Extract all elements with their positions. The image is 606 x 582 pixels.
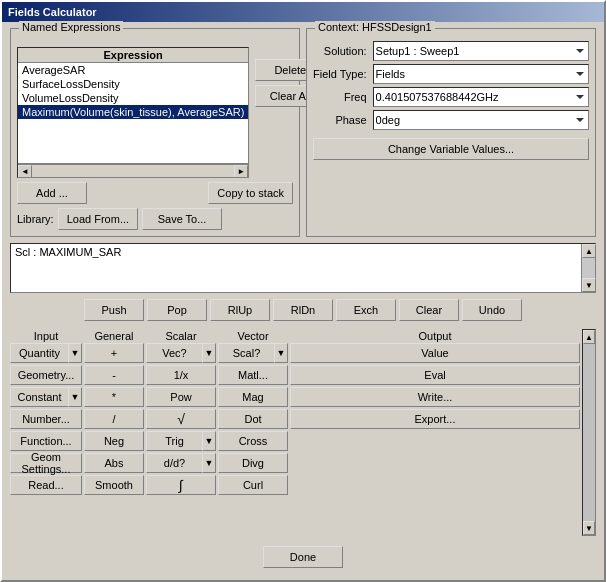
ddt-dropdown[interactable]: d/d? ▼ [146, 453, 216, 473]
solution-select[interactable]: Setup1 : Sweep1 [373, 41, 589, 61]
vec-arrow[interactable]: ▼ [202, 343, 216, 363]
divide-button[interactable]: / [84, 409, 144, 429]
constant-button[interactable]: Constant [10, 387, 68, 407]
dot-button[interactable]: Dot [218, 409, 288, 429]
scal-button[interactable]: Scal? [218, 343, 274, 363]
multiply-button[interactable]: * [84, 387, 144, 407]
geometry-button[interactable]: Geometry... [10, 365, 82, 385]
scroll-track-h [32, 165, 234, 178]
right-scrollbar: ▲ ▼ [582, 329, 596, 536]
context-group: Context: HFSSDesign1 Solution: Setup1 : … [306, 28, 596, 237]
change-variable-values-button[interactable]: Change Variable Values... [313, 138, 589, 160]
freq-select[interactable]: 0.401507537688442GHz [373, 87, 589, 107]
scal-arrow[interactable]: ▼ [274, 343, 288, 363]
calculator-columns: Input Quantity ▼ Geometry... Constant ▼ … [10, 329, 596, 536]
horizontal-scrollbar[interactable]: ◄ ► [18, 163, 248, 177]
freq-label: Freq [313, 91, 367, 103]
divg-button[interactable]: Divg [218, 453, 288, 473]
library-label: Library: [17, 213, 54, 225]
phase-label: Phase [313, 114, 367, 126]
expression-scrollbar: ▲ ▼ [581, 244, 595, 292]
list-item[interactable]: SurfaceLossDensity [18, 77, 248, 91]
list-item[interactable]: VolumeLossDensity [18, 91, 248, 105]
ne-bottom-buttons: Add ... Copy to stack [17, 182, 293, 204]
vec-button[interactable]: Vec? [146, 343, 202, 363]
expr-scroll-track [582, 258, 595, 278]
integral-button[interactable]: ∫ [146, 475, 216, 495]
expression-bar-text[interactable]: Scl : MAXIMUM_SAR [11, 244, 581, 292]
constant-dropdown[interactable]: Constant ▼ [10, 387, 82, 407]
scroll-thumb [583, 344, 595, 521]
general-header: General [84, 329, 144, 343]
clear-button[interactable]: Clear [399, 299, 459, 321]
trig-button[interactable]: Trig [146, 431, 202, 451]
ddt-arrow[interactable]: ▼ [202, 453, 216, 473]
load-from-button[interactable]: Load From... [58, 208, 138, 230]
save-to-button[interactable]: Save To... [142, 208, 222, 230]
function-button[interactable]: Function... [10, 431, 82, 451]
eval-button[interactable]: Eval [290, 365, 580, 385]
write-button[interactable]: Write... [290, 387, 580, 407]
field-type-label: Field Type: [313, 68, 367, 80]
push-button[interactable]: Push [84, 299, 144, 321]
general-column: General + - * / Neg Abs Smooth [84, 329, 144, 536]
exch-button[interactable]: Exch [336, 299, 396, 321]
scalar-column: Scalar Vec? ▼ 1/x Pow √ Trig ▼ d/d? ▼ ∫ [146, 329, 216, 536]
phase-select[interactable]: 0deg [373, 110, 589, 130]
freq-select-container: 0.401507537688442GHz [373, 87, 589, 107]
pow-button[interactable]: Pow [146, 387, 216, 407]
neg-button[interactable]: Neg [84, 431, 144, 451]
trig-dropdown[interactable]: Trig ▼ [146, 431, 216, 451]
done-button[interactable]: Done [263, 546, 343, 568]
mag-button[interactable]: Mag [218, 387, 288, 407]
undo-button[interactable]: Undo [462, 299, 522, 321]
abs-button[interactable]: Abs [84, 453, 144, 473]
solution-label: Solution: [313, 45, 367, 57]
list-item[interactable]: AverageSAR [18, 63, 248, 77]
scal-dropdown[interactable]: Scal? ▼ [218, 343, 288, 363]
cross-button[interactable]: Cross [218, 431, 288, 451]
value-button[interactable]: Value [290, 343, 580, 363]
sqrt-button[interactable]: √ [146, 409, 216, 429]
smooth-button[interactable]: Smooth [84, 475, 144, 495]
minus-button[interactable]: - [84, 365, 144, 385]
scroll-right-btn[interactable]: ► [234, 165, 248, 178]
rldn-button[interactable]: RlDn [273, 299, 333, 321]
expression-column-header: Expression [18, 48, 248, 63]
context-grid: Solution: Setup1 : Sweep1 Field Type: Fi… [313, 41, 589, 130]
inv-x-button[interactable]: 1/x [146, 365, 216, 385]
pop-button[interactable]: Pop [147, 299, 207, 321]
scroll-up-btn[interactable]: ▲ [583, 330, 595, 344]
ddt-button[interactable]: d/d? [146, 453, 202, 473]
expressions-list[interactable]: AverageSAR SurfaceLossDensity VolumeLoss… [18, 63, 248, 163]
calc-action-row: Push Pop RlUp RlDn Exch Clear Undo [10, 299, 596, 321]
scroll-down-btn[interactable]: ▼ [583, 521, 595, 535]
matl-button[interactable]: Matl... [218, 365, 288, 385]
constant-arrow[interactable]: ▼ [68, 387, 82, 407]
scroll-left-btn[interactable]: ◄ [18, 165, 32, 178]
expr-scroll-down[interactable]: ▼ [582, 278, 596, 292]
quantity-dropdown[interactable]: Quantity ▼ [10, 343, 82, 363]
quantity-button[interactable]: Quantity [10, 343, 68, 363]
copy-to-stack-button[interactable]: Copy to stack [208, 182, 293, 204]
expressions-listbox[interactable]: Expression AverageSAR SurfaceLossDensity… [17, 47, 249, 178]
output-column: Output Value Eval Write... Export... [290, 329, 580, 536]
number-button[interactable]: Number... [10, 409, 82, 429]
expr-scroll-up[interactable]: ▲ [582, 244, 596, 258]
vec-dropdown[interactable]: Vec? ▼ [146, 343, 216, 363]
read-button[interactable]: Read... [10, 475, 82, 495]
plus-button[interactable]: + [84, 343, 144, 363]
solution-select-container: Setup1 : Sweep1 [373, 41, 589, 61]
list-item-selected[interactable]: Maximum(Volume(skin_tissue), AverageSAR) [18, 105, 248, 119]
rlup-button[interactable]: RlUp [210, 299, 270, 321]
library-row: Library: Load From... Save To... [17, 208, 293, 230]
export-button[interactable]: Export... [290, 409, 580, 429]
add-button[interactable]: Add ... [17, 182, 87, 204]
trig-arrow[interactable]: ▼ [202, 431, 216, 451]
vector-column: Vector Scal? ▼ Matl... Mag Dot Cross Div… [218, 329, 288, 536]
output-header: Output [290, 329, 580, 343]
field-type-select[interactable]: Fields [373, 64, 589, 84]
geom-settings-button[interactable]: Geom Settings... [10, 453, 82, 473]
quantity-arrow[interactable]: ▼ [68, 343, 82, 363]
curl-button[interactable]: Curl [218, 475, 288, 495]
